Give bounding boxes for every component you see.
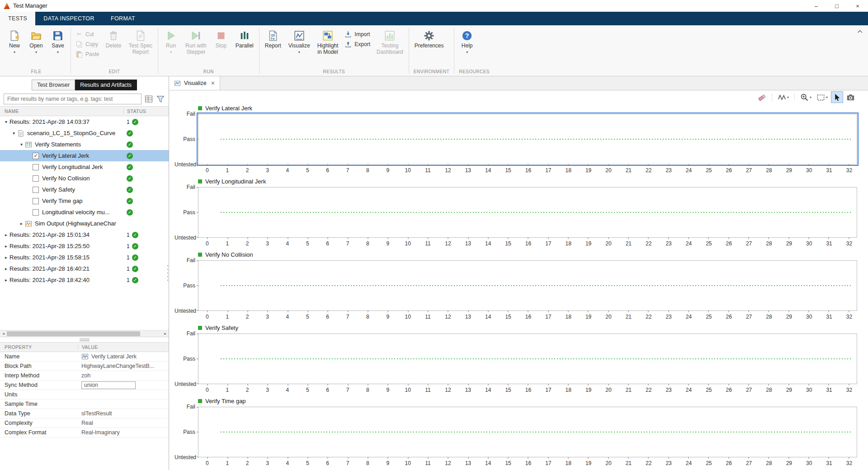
x-tick xyxy=(468,384,468,385)
filter-funnel-icon[interactable] xyxy=(156,94,165,103)
plot-area[interactable] xyxy=(198,187,857,238)
minimize-button[interactable]: – xyxy=(806,0,826,12)
horizontal-scrollbar[interactable]: ◂ ▸ xyxy=(0,330,169,337)
x-axis-label: 17 xyxy=(545,460,551,466)
expand-icon[interactable]: ▸ xyxy=(3,232,9,237)
property-row[interactable]: NameVerify Lateral Jerk xyxy=(0,352,169,362)
cut-button[interactable]: ✂Cut xyxy=(75,31,99,38)
run-with-stepper-button[interactable]: Run with Stepper xyxy=(182,27,210,56)
tree-row[interactable]: ▸Results: 2021-Apr-28 15:58:151✓ xyxy=(0,252,169,263)
pointer-button[interactable] xyxy=(831,92,843,103)
x-tick xyxy=(769,310,769,312)
tree-row[interactable]: ▸Results: 2021-Apr-28 16:40:211✓ xyxy=(0,263,169,274)
run-button[interactable]: Run▾ xyxy=(160,27,181,55)
property-row[interactable]: ComplexityReal xyxy=(0,418,169,428)
panel-splitter[interactable] xyxy=(0,337,169,342)
visualize-button[interactable]: Visualize▾ xyxy=(285,27,313,55)
property-row[interactable]: Data TypeslTestResult xyxy=(0,409,169,418)
paste-button[interactable]: Paste xyxy=(75,51,99,58)
checkbox[interactable] xyxy=(33,187,39,193)
close-tab-icon[interactable]: × xyxy=(211,80,215,87)
tree-row[interactable]: Verify Longitudinal Jerk✓ xyxy=(0,161,169,173)
property-row[interactable]: Interp Methodzoh xyxy=(0,371,169,381)
property-row[interactable]: Units xyxy=(0,390,169,400)
scroll-right-icon[interactable]: ▸ xyxy=(162,331,169,336)
checkbox[interactable] xyxy=(33,198,39,204)
tree-row[interactable]: ▸Sim Output (HighwayLaneChar xyxy=(0,218,169,229)
ribbon-tab-format[interactable]: FORMAT xyxy=(103,12,143,25)
expand-icon[interactable]: ▸ xyxy=(3,266,9,271)
property-value-text[interactable]: union xyxy=(81,381,136,389)
parallel-button[interactable]: Parallel xyxy=(232,27,257,50)
signal-generator-button[interactable]: ▾ xyxy=(776,92,790,103)
checkbox[interactable]: ✓ xyxy=(33,153,39,159)
ribbon-tab-data-inspector[interactable]: DATA INSPECTOR xyxy=(35,12,103,25)
tree-row[interactable]: ✓Verify Lateral Jerk✓ xyxy=(0,150,169,161)
panel-tab-test-browser[interactable]: Test Browser xyxy=(32,80,75,90)
property-row[interactable]: Block PathHighwayLaneChangeTestB... xyxy=(0,362,169,371)
delete-button[interactable]: Delete xyxy=(103,27,125,50)
filter-input[interactable] xyxy=(4,94,142,104)
tree-row[interactable]: Verify Safety✓ xyxy=(0,184,169,195)
tree-row[interactable]: Verify No Collision✓ xyxy=(0,173,169,184)
tree-row[interactable]: ▸Results: 2021-Apr-28 15:25:501✓ xyxy=(0,240,169,252)
save-button[interactable]: Save▾ xyxy=(47,27,68,55)
new-button[interactable]: New▾ xyxy=(4,27,25,55)
tree-row[interactable]: ▾Verify Statements✓ xyxy=(0,139,169,150)
y-tick xyxy=(197,286,198,286)
tree-row[interactable]: ▸Results: 2021-Apr-28 18:42:401✓ xyxy=(0,274,169,286)
property-row[interactable]: Complex FormatReal-Imaginary xyxy=(0,428,169,437)
zoom-in-button[interactable]: ▾ xyxy=(799,92,813,103)
copy-button[interactable]: Copy xyxy=(75,41,99,48)
property-row[interactable]: Sync Methodunion xyxy=(0,381,169,390)
collapse-icon[interactable]: ▾ xyxy=(10,131,17,136)
zoom-box-button[interactable]: ▾ xyxy=(815,92,829,103)
tree-row[interactable]: Longitudinal velocity mu...✓ xyxy=(0,207,169,218)
vertical-splitter-handle[interactable] xyxy=(167,264,169,282)
scrollbar-thumb[interactable] xyxy=(7,331,140,336)
property-search-icon[interactable] xyxy=(144,94,153,103)
property-value: HighwayLaneChangeTestB... xyxy=(78,363,169,369)
panel-tab-results-and-artifacts[interactable]: Results and Artifacts xyxy=(75,80,137,90)
preferences-button[interactable]: Preferences xyxy=(411,27,447,50)
plot-area[interactable] xyxy=(198,407,857,457)
tree-row[interactable]: Verify Time gap✓ xyxy=(0,195,169,207)
stop-button[interactable]: Stop xyxy=(211,27,231,50)
plot-area[interactable] xyxy=(198,334,857,384)
report-button[interactable]: Report xyxy=(262,27,284,50)
brush-button[interactable] xyxy=(756,92,768,103)
scroll-left-icon[interactable]: ◂ xyxy=(0,331,7,336)
testing-dashboard-button[interactable]: Testing Dashboard xyxy=(373,27,406,56)
expand-icon[interactable]: ▸ xyxy=(3,255,9,260)
expand-icon[interactable]: ▸ xyxy=(3,277,9,282)
tree-row[interactable]: ▾scenario_LC_15_StopnGo_Curve✓ xyxy=(0,127,169,139)
plot-area[interactable] xyxy=(198,260,857,311)
tree-row[interactable]: ▸Results: 2021-Apr-28 15:01:341✓ xyxy=(0,229,169,240)
help-button[interactable]: ?Help▾ xyxy=(457,27,477,55)
verify-chart: Verify Time gapFailPassUntested012345678… xyxy=(175,397,857,457)
export-button[interactable]: Export xyxy=(344,41,370,48)
checkbox[interactable] xyxy=(33,175,39,182)
collapse-icon[interactable]: ▾ xyxy=(3,119,9,124)
checkbox[interactable] xyxy=(33,164,39,170)
open-button[interactable]: Open▾ xyxy=(26,27,47,55)
collapse-ribbon-button[interactable] xyxy=(856,28,863,35)
pass-badge-icon: ✓ xyxy=(127,164,133,170)
checkbox[interactable] xyxy=(33,209,39,216)
column-header-property: PROPERTY xyxy=(0,344,78,350)
tree-row[interactable]: ▾Results: 2021-Apr-28 14:03:371✓ xyxy=(0,116,169,127)
expand-icon[interactable]: ▸ xyxy=(3,244,9,249)
property-row[interactable]: Sample Time xyxy=(0,400,169,409)
highlight-in-model-button[interactable]: Highlight in Model xyxy=(314,27,342,56)
snapshot-camera-button[interactable] xyxy=(845,92,856,103)
plot-area[interactable] xyxy=(198,114,857,164)
expand-icon[interactable]: ▸ xyxy=(18,221,25,226)
import-button[interactable]: Import xyxy=(344,31,370,38)
ribbon-tab-tests[interactable]: TESTS xyxy=(0,12,35,25)
close-button[interactable]: × xyxy=(847,0,868,12)
maximize-button[interactable]: □ xyxy=(826,0,847,12)
test-spec-report-button[interactable]: Test Spec Report xyxy=(125,27,156,56)
verify-chart: Verify Longitudinal JerkFailPassUntested… xyxy=(175,177,857,238)
tab-visualize[interactable]: Visualize × xyxy=(169,76,220,90)
collapse-icon[interactable]: ▾ xyxy=(18,142,25,147)
